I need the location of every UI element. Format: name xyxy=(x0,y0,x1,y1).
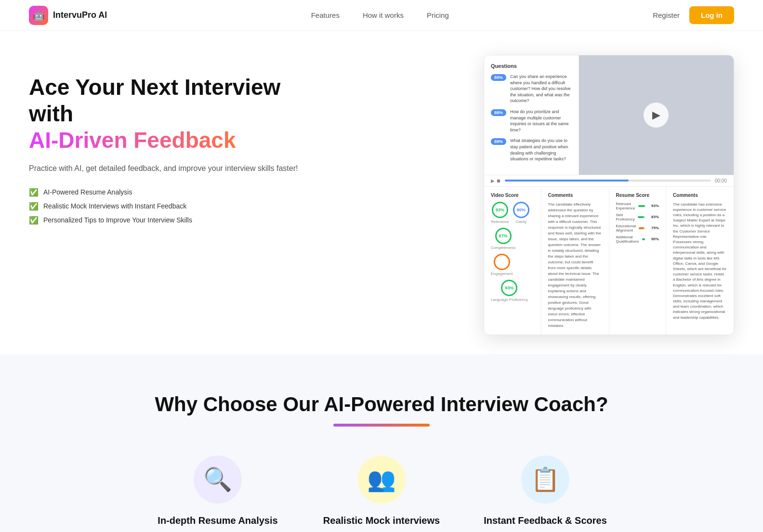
why-card-feedback: 📋 Instant Feedback & Scores Receive imme… xyxy=(478,455,613,532)
why-card-resume: 🔍 In-depth Resume Analysis Get detailed … xyxy=(150,455,285,532)
row2-val: 83% xyxy=(648,215,659,219)
question-1: 80% Can you share an experience where yo… xyxy=(491,74,572,104)
timeline-fill xyxy=(505,180,629,182)
row3-fill xyxy=(639,227,644,229)
q1-badge: 80% xyxy=(491,74,506,81)
resume-icon-wrap: 🔍 xyxy=(194,455,242,504)
resume-comments-panel: Comments The candidate has extensive exp… xyxy=(666,187,734,335)
resume-card-title: In-depth Resume Analysis xyxy=(150,515,285,526)
score-language: 93% Language Proficiency xyxy=(491,280,528,302)
nav-actions: Register Log in xyxy=(653,6,734,24)
relevance-label: Relevance xyxy=(491,220,509,224)
q3-text: What strategies do you use to stay patie… xyxy=(510,138,572,162)
engagement-label: Engagement xyxy=(491,272,513,276)
row2-label: Skill Proficiency xyxy=(616,213,635,221)
score-engagement: Engagement xyxy=(491,254,513,276)
row1-bar xyxy=(638,205,646,207)
play-button[interactable]: ▶ xyxy=(644,103,669,128)
row1-label: Relevant Experience xyxy=(616,202,635,210)
score-circles: 93% Relevance 90% Clarity 87% Completene… xyxy=(491,202,534,302)
resume-icon: 🔍 xyxy=(203,466,232,493)
resume-score-panel: Resume Score Relevant Experience 93% Ski… xyxy=(609,187,667,335)
dashboard-questions: Questions 80% Can you share an experienc… xyxy=(484,55,579,175)
resume-comments-title: Comments xyxy=(673,193,727,198)
mock-icon: 👥 xyxy=(367,466,396,493)
row4-bar xyxy=(642,238,646,240)
timeline-controls: ▶ ⏹ xyxy=(491,178,501,183)
row3-val: 75% xyxy=(648,226,659,230)
row2-bar xyxy=(638,216,645,218)
video-score-panel: Video Score 93% Relevance 90% Clarity 87… xyxy=(484,187,541,335)
hero-right: Questions 80% Can you share an experienc… xyxy=(484,60,734,335)
q2-badge: 88% xyxy=(491,109,506,116)
mock-icon-wrap: 👥 xyxy=(357,455,406,504)
comment-text: The candidate effectively addressed the … xyxy=(548,202,602,329)
hero-feature-2: ✅ Realistic Mock Interviews with Instant… xyxy=(29,202,299,211)
row2-fill xyxy=(638,216,645,218)
logo-text: IntervuPro AI xyxy=(53,10,107,20)
score-row-2: Skill Proficiency 83% xyxy=(616,213,659,221)
comments-panel: Comments The candidate effectively addre… xyxy=(541,187,609,335)
relevance-circle: 93% xyxy=(492,202,508,218)
hero-subtitle: Practice with AI, get detailed feedback,… xyxy=(29,163,299,174)
row4-val: 90% xyxy=(648,237,659,241)
hero-features: ✅ AI-Powered Resume Analysis ✅ Realistic… xyxy=(29,188,299,225)
register-button[interactable]: Register xyxy=(653,11,680,19)
score-row-3: Educational Alignment 75% xyxy=(616,224,659,233)
q2-text: How do you prioritize and manage multipl… xyxy=(510,109,572,133)
hero-title-gradient: AI-Driven Feedback xyxy=(29,128,236,153)
hero-title: Ace Your Next Interview with AI-Driven F… xyxy=(29,74,299,154)
hero-section: Ace Your Next Interview with AI-Driven F… xyxy=(0,31,763,354)
check-icon-1: ✅ xyxy=(29,188,39,197)
question-3: 89% What strategies do you use to stay p… xyxy=(491,138,572,162)
dashboard-video: ▶ xyxy=(579,55,734,175)
score-clarity: 90% Clarity xyxy=(513,202,529,224)
nav-pricing[interactable]: Pricing xyxy=(427,11,449,19)
completeness-label: Completeness xyxy=(491,246,515,250)
dashboard-scores: Video Score 93% Relevance 90% Clarity 87… xyxy=(484,186,734,335)
dashboard-preview: Questions 80% Can you share an experienc… xyxy=(484,55,734,335)
row4-label: Additional Qualifications xyxy=(616,235,639,244)
q3-badge: 89% xyxy=(491,138,506,145)
login-button[interactable]: Log in xyxy=(689,6,734,24)
video-score-title: Video Score xyxy=(491,193,534,198)
row3-bar xyxy=(639,227,645,229)
why-underline xyxy=(333,424,430,427)
hero-feature-1: ✅ AI-Powered Resume Analysis xyxy=(29,188,299,197)
clarity-circle: 90% xyxy=(513,202,529,218)
why-card-mock: 👥 Realistic Mock interviews Practice in … xyxy=(314,455,449,532)
video-time: 00:00 xyxy=(715,178,727,183)
question-2: 88% How do you prioritize and manage mul… xyxy=(491,109,572,133)
language-label: Language Proficiency xyxy=(491,298,528,302)
score-completeness: 87% Completeness xyxy=(491,228,515,250)
nav-links: Features How it works Pricing xyxy=(311,11,449,19)
hero-feature-3: ✅ Personalized Tips to Improve Your Inte… xyxy=(29,216,299,225)
nav-features[interactable]: Features xyxy=(311,11,340,19)
clarity-label: Clarity xyxy=(515,220,526,224)
video-timeline: ▶ ⏹ 00:00 xyxy=(484,175,734,186)
timeline-bar xyxy=(505,180,711,182)
resume-score-title: Resume Score xyxy=(616,193,659,198)
hero-left: Ace Your Next Interview with AI-Driven F… xyxy=(29,60,299,225)
row1-val: 93% xyxy=(648,204,659,208)
score-relevance: 93% Relevance xyxy=(491,202,509,224)
feedback-card-title: Instant Feedback & Scores xyxy=(478,515,613,526)
check-icon-3: ✅ xyxy=(29,216,39,225)
feedback-icon-wrap: 📋 xyxy=(521,455,569,504)
logo-icon: 🤖 xyxy=(29,6,48,25)
q1-text: Can you share an experience where you ha… xyxy=(510,74,572,104)
resume-score-rows: Relevant Experience 93% Skill Proficienc… xyxy=(616,202,659,244)
mock-card-title: Realistic Mock interviews xyxy=(314,515,449,526)
row4-fill xyxy=(642,238,645,240)
score-row-1: Relevant Experience 93% xyxy=(616,202,659,210)
why-title: Why Choose Our AI-Powered Interview Coac… xyxy=(29,393,734,416)
language-circle: 93% xyxy=(501,280,517,296)
check-icon-2: ✅ xyxy=(29,202,39,211)
row3-label: Educational Alignment xyxy=(616,224,636,233)
logo[interactable]: 🤖 IntervuPro AI xyxy=(29,6,107,25)
dashboard-top: Questions 80% Can you share an experienc… xyxy=(484,55,734,175)
resume-comment-text: The candidate has extensive experience i… xyxy=(673,202,727,320)
navbar: 🤖 IntervuPro AI Features How it works Pr… xyxy=(0,0,763,31)
completeness-circle: 87% xyxy=(495,228,512,244)
nav-how-it-works[interactable]: How it works xyxy=(363,11,404,19)
